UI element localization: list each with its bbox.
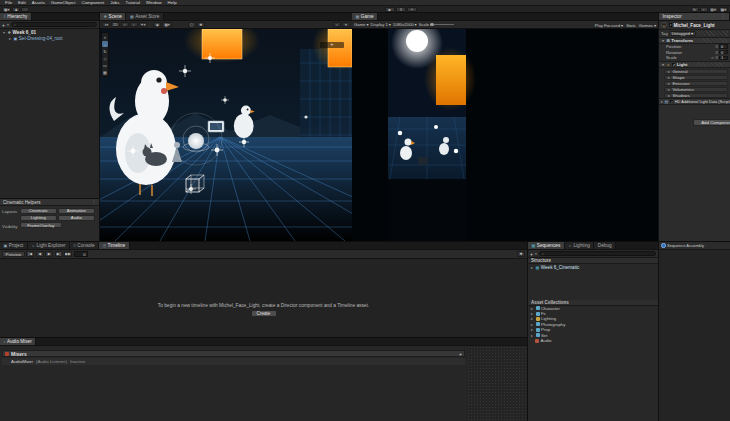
tab-audio-mixer[interactable]: ♪ Audio Mixer [0,338,36,345]
game-viewport[interactable] [352,29,658,241]
scene-overlay-chip[interactable]: ✛ [320,42,344,48]
inspector-more-icon[interactable]: ⋮ [721,14,726,19]
transform-tool-icon[interactable]: ▦ [102,69,108,75]
collection-audio[interactable]: Audio [528,338,658,343]
aspect-dropdown[interactable]: 1080x2000▾ [393,22,417,27]
gizmo-settings-icon[interactable]: ✱ [197,22,205,27]
hidden-objects-icon[interactable]: ◉ [153,22,161,27]
camera-settings-icon[interactable]: ▢ [188,22,196,27]
menu-window[interactable]: Window [143,0,165,6]
light-section-general[interactable]: ▸ General [664,69,728,74]
version-control-icon[interactable]: ▦▾ [2,7,11,12]
layout-cinematic-button[interactable]: Cinematic [20,208,57,214]
tab-light-explorer[interactable]: ☼ Light Explorer [28,242,70,249]
cloud-icon[interactable]: ◌ [21,7,29,12]
rotation-x-field[interactable]: 0 [719,50,728,55]
gizmos-dropdown[interactable]: ▾ [342,22,350,27]
timeline-create-button[interactable]: Create [251,310,277,317]
lighting-toggle[interactable]: ☼ [121,22,129,27]
scene-viewport[interactable]: ⌖ + ↻ ◇ ▭ ▦ ✛ [100,29,352,241]
grid-dropdown[interactable]: ▦▾ [162,22,171,27]
menu-assets[interactable]: Assets [29,0,48,6]
rect-tool-icon[interactable]: ▭ [102,62,108,68]
menu-tutorial[interactable]: Tutorial [122,0,142,6]
tab-asset-store[interactable]: ▦ Asset Store [126,13,164,20]
scale-link-icon[interactable]: ∞ [711,55,714,60]
menu-help[interactable]: Help [165,0,180,6]
pause-button[interactable]: ‖ [396,7,406,12]
tab-lighting[interactable]: ☼ Lighting [565,242,595,249]
gameobject-name-field[interactable]: Michel_Face_Light [674,23,715,28]
scale-x-field[interactable]: 1 [719,56,728,61]
search-everywhere-icon[interactable]: ⌕ [700,7,708,12]
layers-dropdown[interactable]: ▤▾ [709,7,718,12]
play-focused-dropdown[interactable]: Play Focused▾ [595,23,623,28]
game-gizmos-dropdown[interactable]: Gizmos▾ [639,23,656,28]
tab-debug[interactable]: Debug [594,242,616,249]
rotate-tool-icon[interactable]: ↻ [102,48,108,54]
timeline-settings-icon[interactable]: ✱ [517,251,525,257]
draw-mode-dropdown[interactable]: ◑▾ [102,22,110,27]
tab-sequences[interactable]: ▦ Sequences [528,242,565,249]
hierarchy-row-child[interactable]: ▸ ▣ Set-Dressing-04_root [0,35,99,41]
more-icon[interactable]: ⋮ [91,200,96,205]
game-mode-dropdown[interactable]: Game▾ [354,22,369,27]
play-button[interactable]: ▶ [385,7,395,12]
audio-toggle[interactable]: ♪ [130,22,138,27]
transform-component-header[interactable]: ▾ ⊞ Transform [659,37,730,44]
next-frame-button[interactable]: ▶| [55,251,63,257]
goto-end-button[interactable]: ▶▶ [64,251,72,257]
tab-timeline[interactable]: ◷ Timeline [99,242,130,249]
move-tool-icon[interactable]: + [102,41,108,47]
layout-audio-button[interactable]: Audio [58,215,95,221]
goto-start-button[interactable]: |◀ [26,251,34,257]
menu-gameobject[interactable]: GameObject [48,0,79,6]
tab-inspector[interactable]: Inspector ⋮ [659,13,730,20]
menu-jobs[interactable]: Jobs [107,0,122,6]
scene-search-icon[interactable]: ⌕ [333,22,341,27]
tab-project[interactable]: ▣ Project [0,242,28,249]
menu-file[interactable]: File [2,0,15,6]
add-mixer-button[interactable]: + [459,351,462,357]
preview-toggle[interactable]: Preview [2,251,25,257]
active-checkbox[interactable]: ✓ [669,23,673,27]
view-tool-icon[interactable]: ⌖ [102,34,108,40]
undo-history-icon[interactable]: ↻ [691,7,699,12]
stats-button[interactable]: Stats [626,23,636,28]
tab-console[interactable]: ≡ Console [70,242,99,249]
menu-component[interactable]: Component [79,0,108,6]
tag-dropdown[interactable]: Untagged▾ [669,31,695,36]
account-icon[interactable]: ♟ [12,7,20,12]
add-sequence-dropdown[interactable]: ▾ [535,252,537,256]
light-enabled-checkbox[interactable]: ✓ [672,63,676,67]
frame-field[interactable]: 0 [74,251,88,257]
scale-tool-icon[interactable]: ◇ [102,55,108,61]
menu-edit[interactable]: Edit [15,0,29,6]
tab-game[interactable]: ▦ Game [352,13,378,20]
hierarchy-add-dropdown[interactable]: ▾ [7,23,9,27]
display-dropdown[interactable]: Display 1▾ [371,22,391,27]
effects-dropdown[interactable]: ✦▾ [139,22,148,27]
tab-scene[interactable]: ❖ Scene [100,13,126,20]
layout-dropdown[interactable]: ▦▾ [719,7,728,12]
game-scale-slider[interactable] [430,24,454,25]
light-section-volumetrics[interactable]: ▸ Volumetrics [664,87,728,92]
position-x-field[interactable]: 0 [719,44,728,49]
light-component-header[interactable]: ▾ ☼ ✓ Light [659,61,730,68]
foldout-arrow-icon[interactable]: ▾ [2,30,6,35]
mixer-list-item[interactable]: AudioMixer (Audio Listener) Inactive [2,358,465,365]
step-button[interactable]: » [407,7,417,12]
sequences-search-input[interactable]: ⌕ [539,251,656,256]
light-section-emission[interactable]: ▸ Emission [664,81,728,86]
previous-frame-button[interactable]: ◀ [36,251,44,257]
frame-overlay-button[interactable]: FrameOverlay [20,222,62,228]
light-section-shape[interactable]: ▸ Shape [664,75,728,80]
hierarchy-add-button[interactable]: + [2,22,5,28]
2d-toggle[interactable]: 2D [111,22,120,27]
foldout-arrow-icon[interactable]: ▸ [8,36,12,41]
add-component-button[interactable]: Add Component [693,119,730,126]
sequence-assembly-header[interactable]: Sequence Assembly [659,242,730,250]
layout-animation-button[interactable]: Animation [58,208,95,214]
layout-lighting-button[interactable]: Lighting [20,215,57,221]
tab-hierarchy[interactable]: ≡ Hierarchy [0,13,32,20]
